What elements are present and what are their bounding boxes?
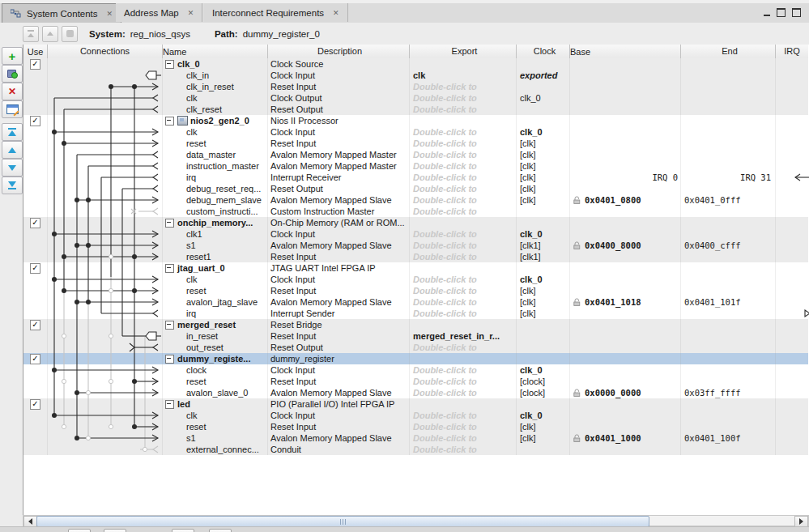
base-cell[interactable] [570,206,681,217]
port-name-cell[interactable]: s1 [163,432,268,444]
clock-cell[interactable] [517,81,570,92]
clock-cell[interactable]: [clk] [517,296,570,308]
base-cell[interactable] [570,70,681,81]
connections-cell[interactable] [48,217,163,228]
base-cell[interactable] [570,444,681,455]
base-cell[interactable]: 0x0401_0800 [570,194,681,206]
connections-cell[interactable] [48,421,163,432]
export-cell[interactable]: Double-click to [410,364,517,376]
header-clock[interactable]: Clock [517,45,570,58]
base-cell[interactable] [570,160,681,172]
collapse-icon[interactable] [165,117,174,126]
clock-cell[interactable]: clk_0 [517,228,570,240]
base-cell[interactable]: IRQ 0 [570,172,681,183]
export-cell[interactable] [410,398,517,410]
connections-cell[interactable] [48,398,163,410]
port-name-cell[interactable]: s1 [163,240,268,251]
port-row[interactable]: s1Avalon Memory Mapped SlaveDouble-click… [23,432,808,444]
clock-cell[interactable]: exported [517,70,570,81]
header-end[interactable]: End [681,45,776,58]
export-cell[interactable]: Double-click to [410,172,517,183]
clock-cell[interactable] [517,58,570,70]
connections-cell[interactable] [48,296,163,308]
connections-cell[interactable] [48,432,163,444]
connections-cell[interactable] [48,444,163,455]
move-down-button[interactable] [2,159,23,177]
base-cell[interactable] [570,285,681,296]
clock-cell[interactable]: [clk] [517,138,570,149]
connections-cell[interactable] [48,353,163,364]
port-name-cell[interactable]: reset [163,285,268,296]
connections-cell[interactable] [48,228,163,240]
export-cell[interactable]: Double-click to [410,251,517,262]
export-cell[interactable] [410,115,517,126]
export-cell[interactable] [410,262,517,274]
base-cell[interactable]: 0x0000_0000 [570,387,681,398]
clock-cell[interactable]: clk_0 [517,274,570,285]
clock-cell[interactable] [517,398,570,410]
export-cell[interactable] [410,319,517,330]
collapse-icon[interactable] [165,219,174,228]
connections-cell[interactable] [48,364,163,376]
use-checkbox[interactable]: ✓ [30,263,40,274]
export-cell[interactable]: Double-click to [410,432,517,444]
clock-cell[interactable] [517,262,570,274]
port-row[interactable]: clk1Clock InputDouble-click toclk_0 [23,228,808,240]
port-name-cell[interactable]: debug_mem_slave [163,194,268,206]
export-cell[interactable]: Double-click to [410,240,517,251]
connections-cell[interactable] [48,70,163,81]
move-to-bottom-button[interactable] [2,177,23,194]
use-checkbox[interactable]: ✓ [30,116,40,126]
component-row[interactable]: ✓ledPIO (Parallel I/O) Intel FPGA IP [23,398,808,410]
port-row[interactable]: avalon_jtag_slaveAvalon Memory Mapped Sl… [23,296,808,308]
clock-cell[interactable]: [clk] [517,149,570,160]
clock-cell[interactable]: clk_0 [517,364,570,376]
base-cell[interactable] [570,228,681,240]
connections-cell[interactable] [48,172,163,183]
use-checkbox[interactable]: ✓ [30,354,40,364]
clock-cell[interactable]: clk_0 [517,92,570,104]
base-cell[interactable] [570,126,681,138]
port-name-cell[interactable]: irq [163,172,268,183]
connections-cell[interactable] [48,149,163,160]
restore-icon[interactable] [777,8,786,17]
clock-cell[interactable]: [clk] [517,172,570,183]
export-cell[interactable]: Double-click to [410,342,517,353]
port-name-cell[interactable]: custom_instructi... [163,206,268,217]
base-cell[interactable] [570,398,681,410]
connections-cell[interactable] [48,262,163,274]
clock-cell[interactable] [517,444,570,455]
port-row[interactable]: custom_instructi...Custom Instruction Ma… [23,206,808,217]
port-name-cell[interactable]: clock [163,364,268,376]
port-row[interactable]: resetReset InputDouble-click to[clk] [23,285,808,296]
restore-icon-partial[interactable] [792,8,801,17]
base-cell[interactable] [570,376,681,387]
export-cell[interactable]: Double-click to [410,296,517,308]
base-cell[interactable] [570,104,681,115]
port-name-cell[interactable]: clk_in_reset [163,81,268,92]
clock-cell[interactable]: [clk1] [517,240,570,251]
base-cell[interactable]: 0x0401_1000 [570,432,681,444]
port-name-cell[interactable]: clk [163,410,268,421]
component-name-cell[interactable]: merged_reset [163,319,268,330]
component-name-cell[interactable]: led [163,398,268,410]
base-cell[interactable] [570,421,681,432]
port-row[interactable]: reset1Reset InputDouble-click to[clk1] [23,251,808,262]
base-cell[interactable] [570,138,681,149]
collapse-icon[interactable] [165,264,174,273]
port-name-cell[interactable]: reset [163,421,268,432]
collapse-icon[interactable] [165,60,174,69]
port-row[interactable]: clkClock InputDouble-click toclk_0 [23,274,808,285]
header-description[interactable]: Description [268,45,410,58]
base-cell[interactable] [570,353,681,364]
clock-cell[interactable]: [clk] [517,183,570,194]
header-base[interactable]: Base [570,45,681,58]
port-name-cell[interactable]: clk_reset [163,104,268,115]
export-cell[interactable]: Double-click to [410,183,517,194]
export-cell[interactable]: Double-click to [410,228,517,240]
port-name-cell[interactable]: clk [163,92,268,104]
use-checkbox[interactable]: ✓ [30,399,40,410]
use-checkbox[interactable]: ✓ [30,320,40,330]
port-name-cell[interactable]: clk1 [163,228,268,240]
export-cell[interactable]: Double-click to [410,81,517,92]
